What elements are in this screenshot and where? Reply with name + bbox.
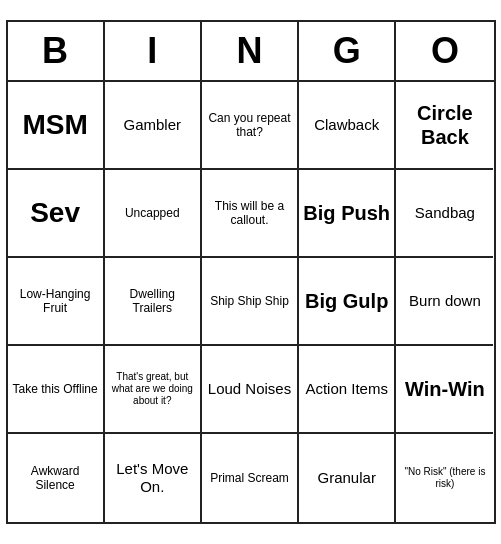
cell-label: Burn down (409, 292, 481, 310)
bingo-cell-12[interactable]: Ship Ship Ship (202, 258, 299, 346)
cell-label: Dwelling Trailers (109, 287, 196, 316)
bingo-cell-6[interactable]: Uncapped (105, 170, 202, 258)
cell-label: Circle Back (400, 101, 489, 149)
bingo-cell-13[interactable]: Big Gulp (299, 258, 396, 346)
cell-label: Gambler (124, 116, 182, 134)
bingo-cell-8[interactable]: Big Push (299, 170, 396, 258)
bingo-cell-24[interactable]: "No Risk" (there is risk) (396, 434, 493, 522)
bingo-cell-0[interactable]: MSM (8, 82, 105, 170)
bingo-cell-19[interactable]: Win-Win (396, 346, 493, 434)
bingo-cell-14[interactable]: Burn down (396, 258, 493, 346)
bingo-cell-17[interactable]: Loud Noises (202, 346, 299, 434)
bingo-card: BINGO MSMGamblerCan you repeat that?Claw… (6, 20, 496, 524)
cell-label: Granular (318, 469, 376, 487)
bingo-header: BINGO (8, 22, 494, 82)
bingo-cell-18[interactable]: Action Items (299, 346, 396, 434)
cell-label: Sev (30, 196, 80, 230)
cell-label: Let's Move On. (109, 460, 196, 496)
bingo-grid: MSMGamblerCan you repeat that?ClawbackCi… (8, 82, 494, 522)
cell-label: Sandbag (415, 204, 475, 222)
bingo-cell-2[interactable]: Can you repeat that? (202, 82, 299, 170)
cell-label: Win-Win (405, 377, 485, 401)
bingo-cell-16[interactable]: That's great, but what are we doing abou… (105, 346, 202, 434)
bingo-cell-4[interactable]: Circle Back (396, 82, 493, 170)
cell-label: Low-Hanging Fruit (12, 287, 99, 316)
bingo-cell-7[interactable]: This will be a callout. (202, 170, 299, 258)
header-letter-b: B (8, 22, 105, 80)
bingo-cell-9[interactable]: Sandbag (396, 170, 493, 258)
header-letter-i: I (105, 22, 202, 80)
cell-label: Take this Offline (13, 382, 98, 396)
cell-label: Action Items (305, 380, 388, 398)
bingo-cell-23[interactable]: Granular (299, 434, 396, 522)
cell-label: MSM (22, 108, 87, 142)
cell-label: Can you repeat that? (206, 111, 293, 140)
bingo-cell-5[interactable]: Sev (8, 170, 105, 258)
cell-label: Big Gulp (305, 289, 388, 313)
cell-label: Big Push (303, 201, 390, 225)
cell-label: Awkward Silence (12, 464, 99, 493)
cell-label: This will be a callout. (206, 199, 293, 228)
bingo-cell-15[interactable]: Take this Offline (8, 346, 105, 434)
header-letter-g: G (299, 22, 396, 80)
bingo-cell-22[interactable]: Primal Scream (202, 434, 299, 522)
bingo-cell-20[interactable]: Awkward Silence (8, 434, 105, 522)
header-letter-o: O (396, 22, 493, 80)
bingo-cell-11[interactable]: Dwelling Trailers (105, 258, 202, 346)
bingo-cell-3[interactable]: Clawback (299, 82, 396, 170)
header-letter-n: N (202, 22, 299, 80)
bingo-cell-10[interactable]: Low-Hanging Fruit (8, 258, 105, 346)
cell-label: Uncapped (125, 206, 180, 220)
cell-label: Loud Noises (208, 380, 291, 398)
cell-label: Primal Scream (210, 471, 289, 485)
bingo-cell-21[interactable]: Let's Move On. (105, 434, 202, 522)
cell-label: Clawback (314, 116, 379, 134)
cell-label: Ship Ship Ship (210, 294, 289, 308)
cell-label: That's great, but what are we doing abou… (109, 371, 196, 407)
cell-label: "No Risk" (there is risk) (400, 466, 489, 490)
bingo-cell-1[interactable]: Gambler (105, 82, 202, 170)
